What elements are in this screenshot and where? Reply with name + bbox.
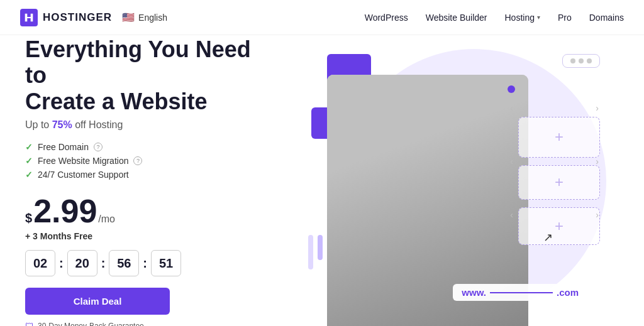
guarantee: 🛡 30-Day Money-Back Guarantee xyxy=(25,321,277,326)
language-label: English xyxy=(138,13,167,23)
logo-svg xyxy=(23,12,35,23)
cursor-icon: ↗ xyxy=(543,231,553,244)
feature-support: ✓ 24/7 Customer Support xyxy=(25,170,277,180)
ui-box-3: + xyxy=(518,207,600,245)
ui-box-2: + xyxy=(518,165,600,200)
nav-domains[interactable]: Domains xyxy=(589,13,624,23)
nav-website-builder[interactable]: Website Builder xyxy=(426,13,487,23)
dot-3 xyxy=(587,58,592,63)
language-selector[interactable]: 🇺🇸 English xyxy=(122,11,167,23)
price-row: $ 2.99 /mo xyxy=(25,195,277,227)
countdown-seconds: 56 xyxy=(109,250,139,276)
domain-line xyxy=(490,292,553,293)
arrow-left-1: ‹ xyxy=(510,103,513,113)
navbar-left: HOSTINGER 🇺🇸 English xyxy=(20,9,167,26)
arrow-right-1: › xyxy=(596,103,599,113)
plus-icon-1: + xyxy=(555,128,564,146)
check-icon: ✓ xyxy=(25,156,33,166)
countdown-sep-1: : xyxy=(59,256,64,271)
check-icon: ✓ xyxy=(25,142,33,152)
feature-free-domain: ✓ Free Domain ? xyxy=(25,142,277,152)
countdown-timer: 02 : 20 : 56 : 51 xyxy=(25,250,277,276)
hostinger-logo-icon xyxy=(20,9,38,26)
countdown-sep-3: : xyxy=(143,256,147,271)
svg-rect-5 xyxy=(384,182,472,282)
countdown-sep-2: : xyxy=(101,256,106,271)
hero-title: Everything You Need to Create a Website xyxy=(25,36,277,114)
price-section: $ 2.99 /mo xyxy=(25,195,277,227)
plus-icon-2: + xyxy=(555,173,564,191)
purple-accent-dot xyxy=(508,85,515,93)
feature-migration: ✓ Free Website Migration ? xyxy=(25,156,277,166)
dot-1 xyxy=(570,58,575,63)
hero-right: + + + ‹ › ‹ › ‹ › ↗ www. .com xyxy=(277,35,619,326)
dot-2 xyxy=(579,58,584,63)
domain-bar: www. .com xyxy=(453,284,587,301)
plus-icon-3: + xyxy=(555,217,564,235)
chevron-down-icon: ▾ xyxy=(537,14,540,21)
claim-deal-button[interactable]: Claim Deal xyxy=(25,288,170,315)
svg-point-4 xyxy=(441,111,464,146)
countdown-minutes: 20 xyxy=(67,250,97,276)
check-icon: ✓ xyxy=(25,170,33,180)
info-icon-migration[interactable]: ? xyxy=(133,156,142,165)
ui-box-1: + xyxy=(518,117,600,158)
logo-area[interactable]: HOSTINGER xyxy=(20,9,112,26)
flag-icon: 🇺🇸 xyxy=(122,11,135,23)
nav-pro[interactable]: Pro xyxy=(558,13,572,23)
countdown-hours: 02 xyxy=(25,250,55,276)
info-icon-domain[interactable]: ? xyxy=(94,143,103,151)
price-amount: 2.99 xyxy=(33,195,97,227)
vertical-bar-2 xyxy=(318,235,323,260)
vertical-bar-1 xyxy=(308,235,313,269)
domain-www: www. xyxy=(462,287,486,298)
logo-text: HOSTINGER xyxy=(43,11,112,24)
svg-point-6 xyxy=(365,198,414,279)
domain-com: .com xyxy=(557,287,579,298)
arrow-left-3: ‹ xyxy=(510,210,513,220)
countdown-ms: 51 xyxy=(151,250,181,276)
hero-section: Everything You Need to Create a Website … xyxy=(0,35,644,326)
nav-wordpress[interactable]: WordPress xyxy=(365,13,408,23)
discount-highlight: 75% xyxy=(52,119,72,130)
arrow-right-3: › xyxy=(596,210,599,220)
hero-left: Everything You Need to Create a Website … xyxy=(25,35,277,326)
navbar-nav: WordPress Website Builder Hosting ▾ Pro … xyxy=(365,13,624,23)
svg-point-2 xyxy=(393,90,462,147)
navbar: HOSTINGER 🇺🇸 English WordPress Website B… xyxy=(0,0,644,35)
svg-point-7 xyxy=(440,192,490,273)
price-dollar: $ xyxy=(25,211,32,225)
nav-hosting[interactable]: Hosting ▾ xyxy=(504,13,540,23)
price-period: /mo xyxy=(98,214,115,225)
hero-subtitle: Up to 75% off Hosting xyxy=(25,119,277,131)
svg-rect-8 xyxy=(418,166,437,185)
mock-browser-topbar xyxy=(562,54,600,68)
arrow-right-2: › xyxy=(596,156,599,166)
ui-builder-boxes: + + + xyxy=(518,117,600,245)
features-list: ✓ Free Domain ? ✓ Free Website Migration… xyxy=(25,142,277,183)
shield-icon: 🛡 xyxy=(25,321,34,326)
arrow-left-2: ‹ xyxy=(510,156,513,166)
bonus-text: + 3 Months Free xyxy=(25,231,277,241)
svg-point-1 xyxy=(395,98,460,171)
svg-point-3 xyxy=(390,109,415,147)
